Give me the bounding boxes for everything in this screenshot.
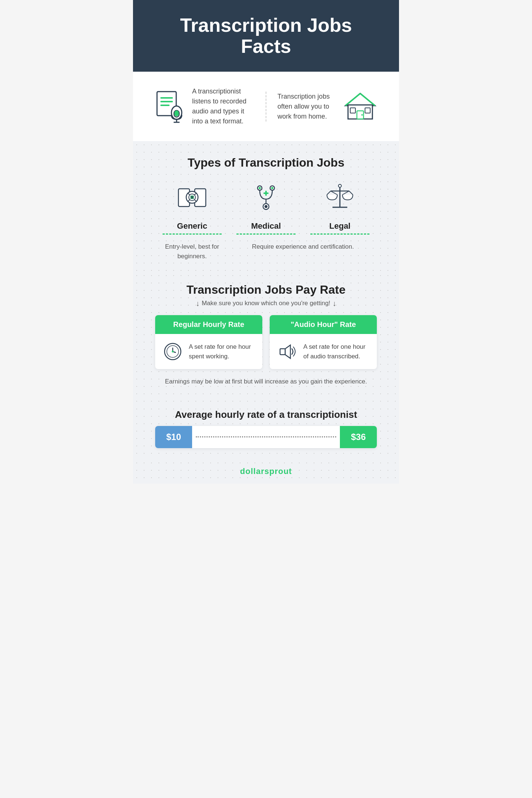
- intro-right-text: Transcription jobs often allow you to wo…: [277, 92, 336, 122]
- payrate-card-audio: "Audio Hour" Rate A set rate for one hou…: [270, 315, 377, 369]
- svg-rect-8: [174, 110, 179, 116]
- avg-min: $10: [155, 426, 192, 448]
- avg-heading: Average hourly rate of a transcriptionis…: [155, 409, 377, 420]
- intro-left-text: A transcriptionist listens to recorded a…: [192, 86, 255, 126]
- card-audio-header: "Audio Hour" Rate: [270, 315, 377, 334]
- earnings-note: Earnings may be low at first but will in…: [155, 376, 377, 386]
- payrate-cards: Regular Hourly Rate A set rate for one h…: [155, 315, 377, 369]
- intro-left: A transcriptionist listens to recorded a…: [155, 86, 266, 126]
- svg-rect-1: [160, 97, 173, 99]
- avg-section: Average hourly rate of a transcriptionis…: [133, 405, 399, 459]
- avg-dots: [196, 436, 336, 437]
- type-medical-label: Medical: [251, 221, 281, 231]
- page-title: Transcription Jobs Facts: [155, 15, 377, 57]
- legal-icon-wrapper: [323, 181, 357, 214]
- intro-section: A transcriptionist listens to recorded a…: [133, 72, 399, 141]
- type-legal: Legal: [303, 173, 377, 235]
- card-hourly-body: A set rate for one hour spent working.: [155, 334, 262, 369]
- avg-max: $36: [340, 426, 377, 448]
- svg-line-41: [327, 191, 331, 195]
- type-generic: Generic: [155, 173, 229, 235]
- payrate-subtitle-text: Make sure you know which one you're gett…: [202, 300, 330, 307]
- brand-name: dollarsprout: [240, 467, 292, 476]
- document-mic-icon: [155, 90, 185, 123]
- generic-icon-wrapper: [175, 181, 209, 214]
- card-audio-text: A set rate for one hour of audio transcr…: [303, 342, 369, 361]
- payrate-section: Transcription Jobs Pay Rate ↓ Make sure …: [133, 272, 399, 405]
- svg-point-40: [338, 184, 341, 187]
- medical-icon-wrapper: [249, 181, 283, 214]
- svg-rect-50: [280, 349, 285, 355]
- payrate-card-hourly: Regular Hourly Rate A set rate for one h…: [155, 315, 262, 369]
- header-section: Transcription Jobs Facts: [133, 0, 399, 72]
- types-desc-medical-legal: Require experience and certification.: [229, 242, 377, 261]
- svg-line-42: [331, 191, 337, 195]
- svg-rect-16: [365, 108, 370, 113]
- svg-point-14: [361, 114, 363, 116]
- type-legal-label: Legal: [329, 221, 350, 231]
- types-descriptions: Entry-level, best for beginners. Require…: [155, 242, 377, 261]
- types-grid: Generic: [155, 173, 377, 235]
- payrate-heading: Transcription Jobs Pay Rate: [155, 276, 377, 299]
- svg-point-30: [259, 187, 261, 189]
- card-hourly-header: Regular Hourly Rate: [155, 315, 262, 334]
- legal-icon: [323, 181, 357, 214]
- clock-icon: [163, 341, 183, 362]
- svg-point-34: [265, 205, 267, 208]
- svg-rect-3: [160, 105, 170, 106]
- svg-point-49: [172, 351, 174, 352]
- avg-bar: $10 $36: [155, 426, 377, 448]
- svg-line-43: [342, 191, 349, 195]
- type-generic-label: Generic: [177, 221, 207, 231]
- generic-icon: [175, 181, 209, 214]
- payrate-subtitle-row: ↓ Make sure you know which one you're ge…: [155, 299, 377, 308]
- svg-rect-15: [350, 108, 355, 113]
- card-audio-body: A set rate for one hour of audio transcr…: [270, 334, 377, 369]
- svg-marker-9: [345, 93, 375, 106]
- page: Transcription Jobs Facts A transcription…: [133, 0, 399, 484]
- type-medical: Medical: [229, 173, 303, 235]
- svg-point-31: [271, 187, 273, 189]
- types-heading: Types of Transcription Jobs: [155, 149, 377, 173]
- card-hourly-text: A set rate for one hour spent working.: [189, 342, 255, 361]
- footer: dollarsprout: [133, 459, 399, 484]
- types-desc-generic: Entry-level, best for beginners.: [155, 242, 229, 261]
- speaker-icon: [277, 341, 297, 362]
- svg-line-44: [349, 191, 353, 195]
- svg-rect-36: [265, 191, 267, 196]
- svg-rect-2: [160, 101, 173, 102]
- intro-right: Transcription jobs often allow you to wo…: [266, 92, 377, 122]
- house-icon: [344, 92, 377, 121]
- svg-marker-51: [285, 345, 290, 358]
- medical-icon: [249, 181, 283, 214]
- types-section: Types of Transcription Jobs: [133, 141, 399, 272]
